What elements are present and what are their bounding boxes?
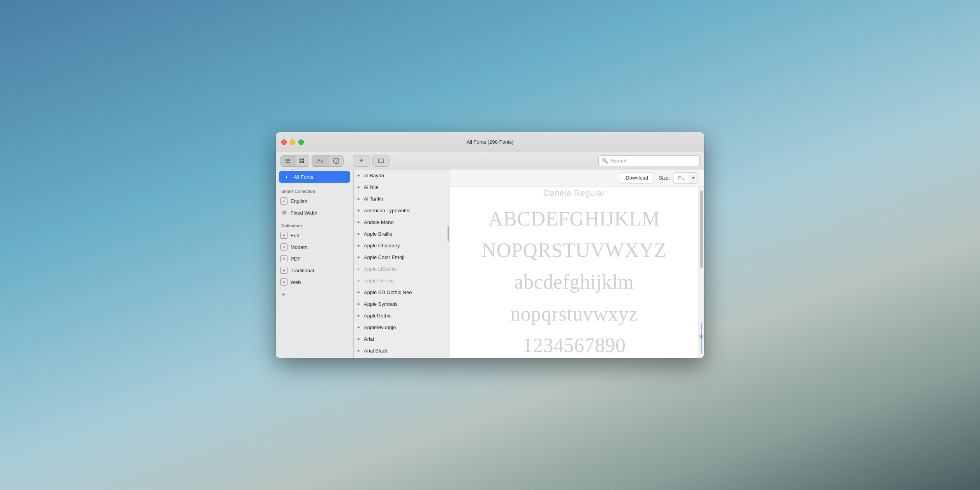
font-item-apple-braille[interactable]: ▶ Apple Braille — [354, 228, 447, 240]
font-item-arial[interactable]: ▶ Arial — [354, 333, 447, 345]
maximize-button[interactable] — [298, 139, 304, 145]
font-item-apple-sd-gothic[interactable]: ▶ Apple SD Gothic Neo — [354, 286, 447, 298]
search-input[interactable] — [610, 158, 696, 164]
scrollbar-thumb — [448, 226, 449, 241]
sidebar-item-all-fonts[interactable]: F All Fonts — [279, 171, 350, 183]
fixed-width-label: Fixed Width — [291, 210, 317, 216]
add-collection-button[interactable]: + — [276, 288, 353, 302]
view-icon — [378, 158, 384, 164]
sidebar-item-modern[interactable]: A Modern — [276, 241, 353, 253]
preview-numbers: 1234567890 — [522, 334, 626, 356]
sidebar-item-pdf[interactable]: A PDF — [276, 253, 353, 264]
preview-lowercase2: nopqrstuvwxyz — [510, 303, 638, 325]
svg-rect-1 — [286, 160, 290, 161]
preview-font-name: Canela Regular — [543, 188, 605, 198]
size-value: Fit — [673, 173, 689, 183]
view-toggle-button[interactable] — [372, 155, 390, 167]
search-bar[interactable]: 🔍 — [598, 155, 700, 166]
info-icon: i — [333, 158, 339, 164]
font-item-al-nile[interactable]: ▶ Al Nile — [354, 181, 447, 193]
font-list-container: ▶ Al Bayan ▶ Al Nile ▶ Al Tarikh ▶ Ameri… — [354, 169, 450, 358]
svg-rect-3 — [300, 159, 301, 160]
sidebar-item-fixed-width[interactable]: ⚙ Fixed Width — [276, 207, 353, 219]
sidebar: F All Fonts Smart Collection F English ⚙… — [276, 169, 354, 358]
font-item-apple-chancery[interactable]: ▶ Apple Chancery — [354, 240, 447, 251]
fun-icon: A — [280, 232, 287, 239]
titlebar: All Fonts (298 Fonts) — [276, 132, 704, 152]
web-label: Web — [291, 279, 301, 285]
minimize-button[interactable] — [290, 139, 295, 145]
window-title: All Fonts (298 Fonts) — [467, 139, 514, 145]
font-item-apple-ligothic[interactable]: ▶ Apple LiGothic — [354, 263, 447, 275]
font-item-apple-symbols[interactable]: ▶ Apple Symbols — [354, 298, 447, 310]
fun-label: Fun — [291, 233, 299, 238]
sidebar-item-traditional[interactable]: A Traditional — [276, 264, 353, 276]
preview-lowercase: abcdefghijklm — [514, 271, 634, 293]
font-item-andale-mono[interactable]: ▶ Andale Mono — [354, 216, 447, 228]
font-item-applegothic[interactable]: ▶ AppleGothic — [354, 310, 447, 321]
traditional-icon: A — [280, 267, 287, 274]
font-book-window: All Fonts (298 Fonts) Aa — [276, 132, 704, 358]
aa-preview-button[interactable]: Aa — [312, 155, 329, 166]
svg-rect-6 — [302, 161, 304, 163]
svg-rect-4 — [302, 159, 304, 160]
font-item-applemyungjo[interactable]: ▶ AppleMyungjo — [354, 321, 447, 333]
toolbar: Aa i + 🔍 — [276, 152, 704, 169]
all-fonts-icon: F — [284, 173, 291, 180]
traffic-lights — [281, 139, 304, 145]
font-item-american-typewriter[interactable]: ▶ American Typewriter — [354, 204, 447, 216]
preview-scrollbar-thumb — [700, 190, 703, 268]
svg-rect-0 — [286, 159, 290, 160]
preview-lowercase-upper: NOPQRSTUVWXYZ — [482, 239, 667, 261]
svg-text:i: i — [336, 159, 337, 163]
svg-rect-2 — [286, 162, 290, 163]
font-item-al-bayan[interactable]: ▶ Al Bayan — [354, 169, 447, 181]
modern-icon: A — [280, 243, 287, 250]
grid-icon — [299, 158, 305, 164]
add-button[interactable]: + — [353, 155, 370, 167]
preview-uppercase: ABCDEFGHIJKLM — [488, 208, 660, 230]
scroll-position-line — [702, 323, 702, 354]
svg-rect-9 — [379, 159, 383, 163]
modern-label: Modern — [291, 244, 308, 250]
close-button[interactable] — [281, 139, 287, 145]
font-item-apple-lisung[interactable]: ▶ Apple LiSung — [354, 275, 447, 286]
sidebar-item-english[interactable]: F English — [276, 195, 353, 207]
sidebar-item-fun[interactable]: A Fun — [276, 229, 353, 241]
list-view-button[interactable] — [281, 155, 295, 166]
web-icon: A — [280, 278, 287, 286]
font-item-al-tarikh[interactable]: ▶ Al Tarikh — [354, 193, 447, 204]
preview-content: Canela Regular ABCDEFGHIJKLM NOPQRSTUVWX… — [450, 187, 704, 358]
font-item-arial-hebrew[interactable]: ▶ Arial Hebrew — [354, 356, 447, 358]
font-list: ▶ Al Bayan ▶ Al Nile ▶ Al Tarikh ▶ Ameri… — [354, 169, 447, 358]
preview-group: Aa i — [312, 155, 344, 167]
font-item-arial-black[interactable]: ▶ Arial Black — [354, 345, 447, 356]
download-button[interactable]: Download — [620, 173, 654, 183]
preview-scrollbar[interactable] — [698, 187, 704, 358]
view-mode-group — [280, 155, 309, 167]
pdf-label: PDF — [291, 256, 301, 262]
size-control: Size: Fit ▼ — [659, 172, 698, 184]
sidebar-item-web[interactable]: A Web — [276, 276, 353, 288]
traditional-label: Traditional — [291, 268, 314, 273]
pdf-icon: A — [280, 255, 287, 262]
smart-collection-header: Smart Collection — [276, 184, 353, 195]
font-item-apple-color-emoji[interactable]: ▶ Apple Color Emoji — [354, 251, 447, 263]
svg-rect-5 — [300, 161, 301, 163]
info-button[interactable]: i — [329, 155, 343, 166]
english-icon: F — [280, 197, 287, 204]
size-label: Size: — [659, 175, 670, 181]
collection-header: Collection — [276, 219, 353, 229]
list-icon — [285, 158, 291, 164]
font-list-scrollbar[interactable] — [447, 169, 450, 358]
size-dropdown-arrow[interactable]: ▼ — [689, 173, 698, 183]
search-icon: 🔍 — [602, 158, 608, 164]
fixed-width-icon: ⚙ — [280, 209, 287, 216]
grid-view-button[interactable] — [295, 155, 309, 166]
preview-panel: Download Size: Fit ▼ Canela Regular ABCD… — [450, 169, 704, 358]
content-area: F All Fonts Smart Collection F English ⚙… — [276, 169, 704, 358]
scrollbar-indicator — [699, 335, 703, 338]
size-select[interactable]: Fit ▼ — [673, 172, 698, 184]
preview-toolbar: Download Size: Fit ▼ — [450, 169, 704, 187]
english-label: English — [291, 198, 307, 204]
